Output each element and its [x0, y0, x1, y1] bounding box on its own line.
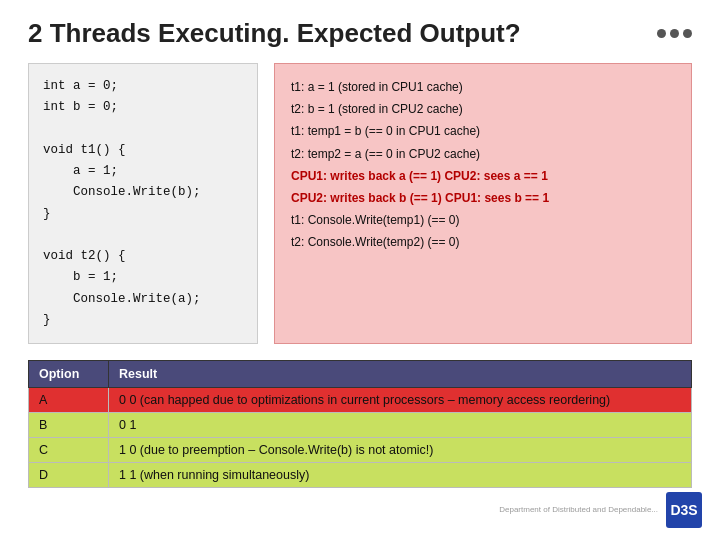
- col-result: Result: [109, 361, 692, 388]
- col-option: Option: [29, 361, 109, 388]
- footer-dept-text: Department of Distributed and Dependable…: [499, 504, 658, 515]
- content-area: int a = 0; int b = 0; void t1() { a = 1;…: [28, 63, 692, 344]
- output-line: t1: Console.Write(temp1) (== 0): [291, 209, 675, 231]
- dots-indicator: [657, 29, 692, 38]
- dot-3: [683, 29, 692, 38]
- table-row: A0 0 (can happed due to optimizations in…: [29, 388, 692, 413]
- output-block: t1: a = 1 (stored in CPU1 cache)t2: b = …: [274, 63, 692, 344]
- result-cell: 0 0 (can happed due to optimizations in …: [109, 388, 692, 413]
- output-line: CPU2: writes back b (== 1) CPU1: sees b …: [291, 187, 675, 209]
- result-cell: 1 0 (due to preemption – Console.Write(b…: [109, 438, 692, 463]
- output-line: CPU1: writes back a (== 1) CPU2: sees a …: [291, 165, 675, 187]
- code-block: int a = 0; int b = 0; void t1() { a = 1;…: [28, 63, 258, 344]
- output-line: t1: a = 1 (stored in CPU1 cache): [291, 76, 675, 98]
- logo-box: D3S: [666, 492, 702, 528]
- option-cell: D: [29, 463, 109, 488]
- dot-2: [670, 29, 679, 38]
- slide: 2 Threads Executing. Expected Output? in…: [0, 0, 720, 540]
- output-line: t2: b = 1 (stored in CPU2 cache): [291, 98, 675, 120]
- slide-title: 2 Threads Executing. Expected Output?: [28, 18, 521, 49]
- output-line: t2: temp2 = a (== 0 in CPU2 cache): [291, 143, 675, 165]
- table-row: B0 1: [29, 413, 692, 438]
- result-cell: 0 1: [109, 413, 692, 438]
- output-line: t2: Console.Write(temp2) (== 0): [291, 231, 675, 253]
- title-bar: 2 Threads Executing. Expected Output?: [28, 18, 692, 49]
- footer-logo: Department of Distributed and Dependable…: [499, 492, 702, 528]
- table-header-row: Option Result: [29, 361, 692, 388]
- result-cell: 1 1 (when running simultaneously): [109, 463, 692, 488]
- output-line: t1: temp1 = b (== 0 in CPU1 cache): [291, 120, 675, 142]
- table-row: C1 0 (due to preemption – Console.Write(…: [29, 438, 692, 463]
- option-cell: B: [29, 413, 109, 438]
- table-row: D1 1 (when running simultaneously): [29, 463, 692, 488]
- dot-1: [657, 29, 666, 38]
- option-cell: C: [29, 438, 109, 463]
- options-table: Option Result A0 0 (can happed due to op…: [28, 360, 692, 488]
- option-cell: A: [29, 388, 109, 413]
